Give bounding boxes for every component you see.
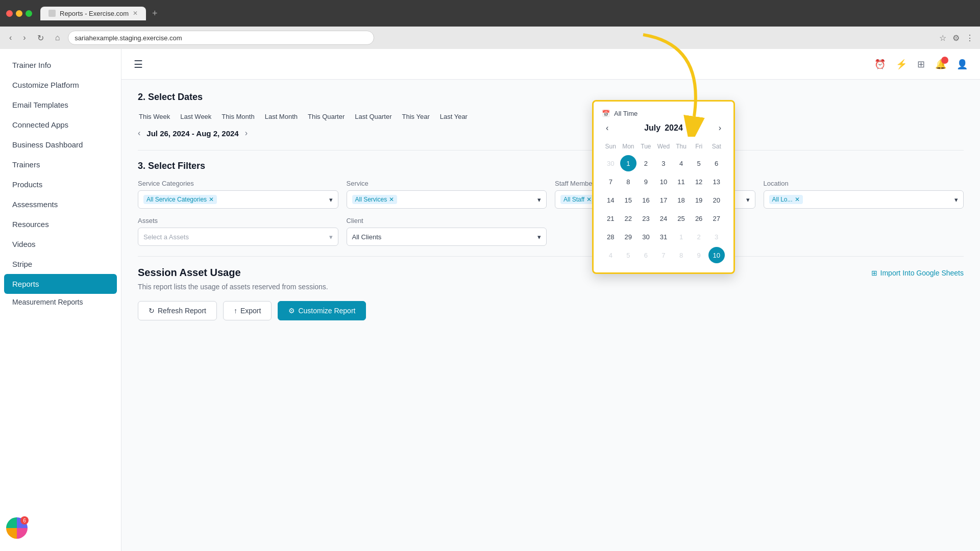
filter-last-month[interactable]: Last Month [264,111,299,122]
cal-day-6[interactable]: 6 [708,155,725,171]
cal-day-5[interactable]: 5 [691,155,707,171]
cal-day-6-next[interactable]: 6 [638,247,654,263]
cal-day-9[interactable]: 9 [638,173,654,190]
client-select[interactable]: All Clients ▾ [347,228,547,246]
sidebar-item-reports[interactable]: Reports [4,274,117,294]
cal-day-22[interactable]: 22 [620,210,636,227]
home-button[interactable]: ⌂ [52,31,63,44]
service-clear[interactable]: ✕ [389,196,394,203]
minimize-dot[interactable] [16,10,22,17]
export-button[interactable]: ↑ Export [223,301,272,320]
cal-day-15[interactable]: 15 [620,192,636,208]
menu-icon[interactable]: ☰ [134,58,143,70]
cal-day-31[interactable]: 31 [655,229,672,245]
cal-day-20[interactable]: 20 [708,192,725,208]
cal-day-29[interactable]: 29 [620,229,636,245]
cal-day-3-next[interactable]: 3 [708,229,725,245]
user-avatar-icon[interactable]: 👤 [957,59,968,70]
cal-day-10-today[interactable]: 10 [708,247,725,263]
refresh-button[interactable]: ↻ [34,31,47,45]
cal-day-9-next[interactable]: 9 [691,247,707,263]
cal-day-14[interactable]: 14 [602,192,619,208]
cal-day-28[interactable]: 28 [602,229,619,245]
customize-report-button[interactable]: ⚙ Customize Report [278,301,366,320]
cal-day-19[interactable]: 19 [691,192,707,208]
cal-day-30-prev[interactable]: 30 [602,155,619,171]
cal-day-10[interactable]: 10 [655,173,672,190]
cal-day-30[interactable]: 30 [638,229,654,245]
cal-day-3[interactable]: 3 [655,155,672,171]
cal-day-16[interactable]: 16 [638,192,654,208]
address-bar[interactable]: sariahexample.staging.exercise.com [68,31,374,45]
cal-day-7-next[interactable]: 7 [655,247,672,263]
cal-day-13[interactable]: 13 [708,173,725,190]
sidebar-item-videos[interactable]: Videos [0,234,121,254]
cal-day-11[interactable]: 11 [673,173,690,190]
sidebar-sub-measurement-reports[interactable]: Measurement Reports [0,294,121,310]
cal-day-24[interactable]: 24 [655,210,672,227]
date-prev-button[interactable]: ‹ [138,129,140,138]
arrow-annotation [612,24,725,139]
cal-day-21[interactable]: 21 [602,210,619,227]
back-button[interactable]: ‹ [6,31,15,44]
cal-day-27[interactable]: 27 [708,210,725,227]
location-select[interactable]: All Lo... ✕ ▾ [764,190,964,209]
forward-button[interactable]: › [20,31,29,44]
cal-day-18[interactable]: 18 [673,192,690,208]
close-dot[interactable] [6,10,13,17]
new-tab-button[interactable]: + [152,8,158,19]
maximize-dot[interactable] [26,10,32,17]
cal-day-25[interactable]: 25 [673,210,690,227]
sidebar-item-customize-platform[interactable]: Customize Platform [0,75,121,95]
cal-day-4-next[interactable]: 4 [602,247,619,263]
sidebar-item-assessments[interactable]: Assessments [0,194,121,214]
staff-member-clear[interactable]: ✕ [586,196,592,203]
cal-day-1[interactable]: 1 [620,155,636,171]
cal-day-2[interactable]: 2 [638,155,654,171]
import-link[interactable]: ⊞ Import Into Google Sheets [871,269,964,277]
sidebar-item-products[interactable]: Products [0,174,121,194]
grid-icon[interactable]: ⊞ [917,59,925,70]
cal-day-12[interactable]: 12 [691,173,707,190]
refresh-report-button[interactable]: ↻ Refresh Report [138,301,217,320]
sidebar-item-connected-apps[interactable]: Connected Apps [0,115,121,135]
more-icon[interactable]: ⋮ [966,33,974,43]
cal-day-8[interactable]: 8 [620,173,636,190]
sidebar-item-stripe[interactable]: Stripe [0,254,121,274]
cal-day-7[interactable]: 7 [602,173,619,190]
calendar-prev-button[interactable]: ‹ [602,121,612,135]
sidebar-item-trainer-info[interactable]: Trainer Info [0,55,121,75]
filter-last-year[interactable]: Last Year [439,111,469,122]
filter-this-year[interactable]: This Year [401,111,431,122]
date-next-button[interactable]: › [245,129,248,138]
cal-day-1-next[interactable]: 1 [673,229,690,245]
settings-icon[interactable]: ⚙ [952,33,960,43]
cal-day-2-next[interactable]: 2 [691,229,707,245]
tab-close-button[interactable]: ✕ [133,10,138,17]
filter-last-week[interactable]: Last Week [179,111,212,122]
filter-this-week[interactable]: This Week [138,111,171,122]
service-categories-clear[interactable]: ✕ [209,196,214,203]
filter-this-month[interactable]: This Month [220,111,255,122]
cal-day-8-next[interactable]: 8 [673,247,690,263]
cal-day-17[interactable]: 17 [655,192,672,208]
filter-last-quarter[interactable]: Last Quarter [354,111,393,122]
sidebar-item-resources[interactable]: Resources [0,214,121,234]
sidebar-item-email-templates[interactable]: Email Templates [0,95,121,115]
clock-icon[interactable]: ⏰ [874,59,886,70]
sidebar-item-business-dashboard[interactable]: Business Dashboard [0,135,121,155]
service-categories-select[interactable]: All Service Categories ✕ ▾ [138,190,338,209]
notification-icon[interactable]: 🔔 [935,59,946,70]
assets-select[interactable]: Select a Assets ▾ [138,228,338,246]
service-select[interactable]: All Services ✕ ▾ [347,190,547,209]
cal-day-23[interactable]: 23 [638,210,654,227]
cal-day-4[interactable]: 4 [673,155,690,171]
filter-this-quarter[interactable]: This Quarter [307,111,346,122]
sidebar-item-trainers[interactable]: Trainers [0,155,121,174]
star-icon[interactable]: ☆ [939,33,946,43]
bolt-icon[interactable]: ⚡ [896,59,907,70]
location-clear[interactable]: ✕ [795,196,800,203]
cal-day-26[interactable]: 26 [691,210,707,227]
cal-day-5-next[interactable]: 5 [620,247,636,263]
browser-tab[interactable]: Reports - Exercise.com ✕ [40,7,146,20]
